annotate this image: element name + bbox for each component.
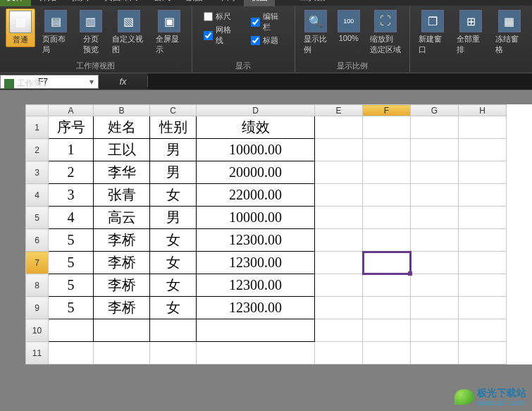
column-header-F[interactable]: F (363, 105, 411, 116)
cell-F4[interactable] (363, 184, 411, 207)
cell-E9[interactable] (315, 297, 363, 319)
cell-C11[interactable] (150, 342, 197, 364)
cell-G11[interactable] (411, 342, 459, 364)
custom-view-button[interactable]: ▧ 自定义视图 (109, 8, 149, 56)
column-header-E[interactable]: E (315, 105, 363, 116)
cell-G2[interactable] (411, 139, 459, 161)
cell-G10[interactable] (411, 319, 459, 342)
cell-E1[interactable] (315, 116, 363, 139)
cell-H7[interactable] (459, 252, 507, 274)
formula-bar-checkbox-row[interactable]: 编辑栏 (251, 11, 283, 32)
zoom-button[interactable]: 🔍 显示比例 (301, 8, 330, 56)
page-break-button[interactable]: ▥ 分页 预览 (77, 8, 105, 56)
menu-tab-insert[interactable]: 插入 (65, 0, 96, 6)
cell-D9[interactable]: 12300.00 (197, 297, 315, 319)
row-header-2[interactable]: 2 (26, 139, 49, 161)
row-header-9[interactable]: 9 (26, 297, 49, 319)
freeze-panes-button[interactable]: ▦ 冻结窗格 (493, 8, 526, 56)
cell-C3[interactable]: 男 (150, 161, 197, 184)
cell-D11[interactable] (197, 342, 315, 364)
cell-H9[interactable] (459, 297, 507, 319)
headings-checkbox[interactable] (251, 36, 260, 45)
cell-E3[interactable] (315, 161, 363, 184)
column-header-D[interactable]: D (197, 105, 315, 116)
column-header-A[interactable]: A (49, 105, 94, 116)
cell-B7[interactable]: 李桥 (94, 252, 150, 274)
cell-C10[interactable] (150, 319, 197, 342)
cell-G7[interactable] (411, 252, 459, 274)
cell-B3[interactable]: 李华 (94, 161, 150, 184)
cell-D4[interactable]: 22000.00 (197, 184, 315, 207)
cell-F10[interactable] (363, 319, 411, 342)
cell-E11[interactable] (315, 342, 363, 364)
cell-G3[interactable] (411, 161, 459, 184)
gridlines-checkbox-row[interactable]: 网格线 (204, 25, 236, 46)
cell-A11[interactable] (49, 342, 94, 364)
cell-E2[interactable] (315, 139, 363, 161)
row-header-6[interactable]: 6 (26, 229, 49, 252)
row-header-1[interactable]: 1 (26, 116, 49, 139)
cell-C6[interactable]: 女 (150, 229, 197, 252)
arrange-all-button[interactable]: ⊞ 全部重排 (454, 8, 488, 56)
row-header-11[interactable]: 11 (26, 342, 49, 364)
cell-D8[interactable]: 12300.00 (197, 274, 315, 297)
column-header-H[interactable]: H (459, 105, 507, 116)
cell-A8[interactable]: 5 (49, 274, 94, 297)
cell-F9[interactable] (363, 297, 411, 319)
cell-F5[interactable] (363, 207, 411, 229)
cell-C9[interactable]: 女 (150, 297, 197, 319)
formula-bar-checkbox[interactable] (251, 18, 260, 27)
cell-C5[interactable]: 男 (150, 207, 197, 229)
cell-G9[interactable] (411, 297, 459, 319)
menu-tab-data[interactable]: 数据 (179, 0, 210, 6)
page-layout-button[interactable]: ▤ 页面布局 (39, 8, 73, 56)
spreadsheet-grid[interactable]: ABCDEFGH1序号姓名性别绩效21王以男10000.0032李华男20000… (25, 104, 507, 364)
menu-tab-view[interactable]: 视图 (244, 0, 275, 6)
zoom-selection-button[interactable]: ⛶ 缩放到 选定区域 (367, 8, 404, 56)
cell-C1[interactable]: 性别 (150, 116, 197, 139)
cell-H3[interactable] (459, 161, 507, 184)
cell-G8[interactable] (411, 274, 459, 297)
cell-D10[interactable] (197, 319, 315, 342)
row-header-3[interactable]: 3 (26, 161, 49, 184)
cell-B1[interactable]: 姓名 (94, 116, 150, 139)
cell-H5[interactable] (459, 207, 507, 229)
cell-F8[interactable] (363, 274, 411, 297)
cell-A5[interactable]: 4 (49, 207, 94, 229)
cell-C2[interactable]: 男 (150, 139, 197, 161)
cell-B11[interactable] (94, 342, 150, 364)
cell-D6[interactable]: 12300.00 (197, 229, 315, 252)
cell-F6[interactable] (363, 229, 411, 252)
cell-G1[interactable] (411, 116, 459, 139)
cell-H6[interactable] (459, 229, 507, 252)
menu-tab-review[interactable]: 审阅 (211, 0, 242, 6)
row-header-8[interactable]: 8 (26, 274, 49, 297)
cell-E7[interactable] (315, 252, 363, 274)
cell-A9[interactable]: 5 (49, 297, 94, 319)
cell-D1[interactable]: 绩效 (197, 116, 315, 139)
ruler-checkbox[interactable] (204, 12, 213, 21)
cell-D2[interactable]: 10000.00 (197, 139, 315, 161)
menu-tab-formula[interactable]: 公式 (147, 0, 178, 6)
row-header-10[interactable]: 10 (26, 319, 49, 342)
cell-A1[interactable]: 序号 (49, 116, 94, 139)
cell-E8[interactable] (315, 274, 363, 297)
cell-B2[interactable]: 王以 (94, 139, 150, 161)
cell-F11[interactable] (363, 342, 411, 364)
cell-A6[interactable]: 5 (49, 229, 94, 252)
cell-A2[interactable]: 1 (49, 139, 94, 161)
headings-checkbox-row[interactable]: 标题 (251, 35, 283, 46)
cell-F7[interactable] (363, 252, 411, 274)
cell-H2[interactable] (459, 139, 507, 161)
column-header-G[interactable]: G (411, 105, 459, 116)
row-header-4[interactable]: 4 (26, 184, 49, 207)
gridlines-checkbox[interactable] (204, 31, 213, 40)
menu-tab-pdf[interactable]: PDF工具集 (276, 0, 333, 6)
menu-tab-layout[interactable]: 页面布局 (97, 0, 145, 6)
cell-F2[interactable] (363, 139, 411, 161)
cell-H10[interactable] (459, 319, 507, 342)
fx-label[interactable]: fx (99, 76, 148, 87)
cell-C4[interactable]: 女 (150, 184, 197, 207)
cell-H4[interactable] (459, 184, 507, 207)
cell-E5[interactable] (315, 207, 363, 229)
